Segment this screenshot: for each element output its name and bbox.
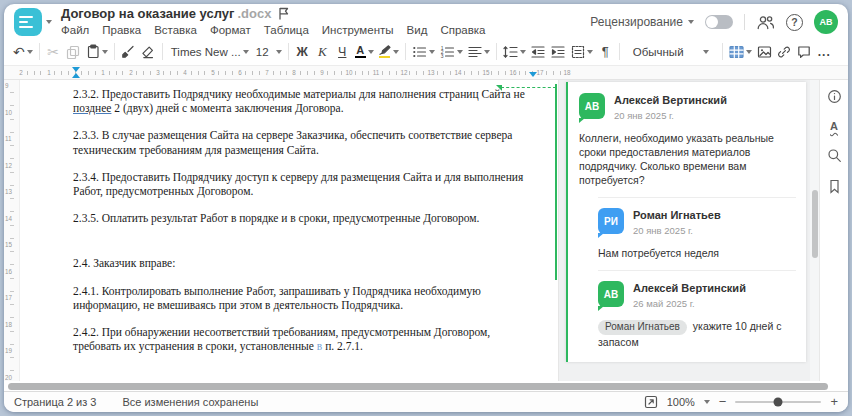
vertical-scrollbar-thumb[interactable]: [812, 190, 818, 258]
menu-item[interactable]: Инструменты: [322, 22, 394, 38]
document-text: 2.3.2. Предоставить Подрядчику необходим…: [73, 87, 536, 366]
paragraph[interactable]: 2.3.5. Оплатить результат Работ в порядк…: [73, 211, 536, 225]
save-status: Все изменения сохранены: [122, 396, 258, 408]
comment-text: Коллеги, необходимо указать реальные сро…: [579, 131, 796, 187]
paragraph[interactable]: 2.4.2. При обнаружении несоответствий тр…: [73, 325, 536, 353]
font-family-caret-icon: [243, 50, 249, 54]
favorite-flag-icon[interactable]: [278, 7, 289, 20]
search-icon[interactable]: [827, 148, 842, 163]
right-sidebar: А: [819, 80, 848, 381]
document-title: Договор на оказание услуг: [61, 7, 234, 21]
copy-button[interactable]: [64, 41, 83, 63]
line-spacing-button[interactable]: [501, 41, 528, 63]
comment-item[interactable]: АВ Алексей Вертинский 20 янв 2025 г. Кол…: [579, 93, 796, 187]
indent-marker-right[interactable]: [529, 72, 537, 77]
font-size-select[interactable]: 12: [254, 41, 284, 63]
comment-date: 26 май 2025 г.: [633, 298, 746, 309]
paragraph-style-select[interactable]: Обычный: [628, 41, 714, 63]
vertical-ruler[interactable]: 91011121314151617181920: [4, 80, 20, 381]
highlight-color-button[interactable]: [377, 41, 401, 63]
header-right: Рецензирование ? АВ: [590, 10, 838, 34]
collaboration-users-icon[interactable]: [756, 15, 775, 30]
font-color-button[interactable]: А: [353, 41, 376, 63]
zoom-in-button[interactable]: +: [830, 397, 838, 407]
app-window: Договор на оказание услуг.docx ФайлПравк…: [4, 4, 848, 412]
zoom-slider[interactable]: [735, 401, 821, 403]
review-toggle[interactable]: [705, 15, 733, 29]
page-indicator[interactable]: Страница 2 из 3: [14, 396, 96, 408]
show-paragraph-marks-button[interactable]: ¶: [596, 41, 615, 63]
comment-author: Роман Игнатьев: [633, 209, 721, 222]
info-icon[interactable]: [827, 89, 842, 104]
zoom-caret-icon[interactable]: [704, 400, 710, 404]
format-painter-button[interactable]: [119, 41, 138, 63]
undo-button[interactable]: ↶: [11, 41, 35, 63]
comment-anchor-line: [501, 87, 556, 88]
bullet-list-button[interactable]: [410, 41, 437, 63]
comment-item[interactable]: АВ Алексей Вертинский 26 май 2025 г. Ром…: [598, 270, 796, 349]
horizontal-ruler[interactable]: 21123456789101112131415161718: [4, 66, 848, 80]
paragraph[interactable]: 2.3.3. В случае размещения Сайта на серв…: [73, 128, 536, 156]
bookmark-icon[interactable]: [828, 179, 841, 194]
paste-caret-icon: [102, 50, 108, 54]
highlight-caret-icon: [393, 50, 399, 54]
comment-card[interactable]: АВ Алексей Вертинский 20 янв 2025 г. Кол…: [566, 82, 806, 362]
more-toolbar-button[interactable]: ...: [815, 41, 834, 63]
status-bar: Страница 2 из 3 Все изменения сохранены …: [4, 391, 848, 412]
comments-panel: АВ Алексей Вертинский 20 янв 2025 г. Кол…: [558, 80, 810, 381]
vertical-scrollbar[interactable]: [810, 80, 819, 381]
spellcheck-icon[interactable]: А: [830, 120, 838, 132]
menu-item[interactable]: Таблица: [264, 22, 309, 38]
app-logo-icon[interactable]: [14, 8, 42, 36]
document-page[interactable]: 2.3.2. Предоставить Подрядчику необходим…: [20, 80, 558, 381]
insert-table-caret-icon: [746, 50, 752, 54]
paragraph-borders-button[interactable]: [569, 41, 595, 63]
horizontal-scrollbar-thumb[interactable]: [8, 383, 828, 390]
menu-item[interactable]: Вид: [407, 22, 428, 38]
horizontal-scrollbar[interactable]: [4, 381, 848, 391]
bold-button[interactable]: Ж: [293, 41, 312, 63]
comment-item[interactable]: РИ Роман Игнатьев 20 янв 2025 г. Нам пот…: [598, 197, 796, 260]
paragraph[interactable]: 2.4.1. Контролировать выполнение Работ, …: [73, 284, 536, 312]
cut-button[interactable]: ✂: [44, 41, 63, 63]
zoom-value[interactable]: 100%: [667, 396, 695, 408]
increase-indent-button[interactable]: [549, 41, 568, 63]
clear-style-button[interactable]: [139, 41, 158, 63]
decrease-indent-button[interactable]: [529, 41, 548, 63]
undo-caret-icon: [27, 50, 33, 54]
fit-page-icon[interactable]: [644, 395, 658, 409]
menu-item[interactable]: Файл: [61, 22, 89, 38]
zoom-slider-handle[interactable]: [774, 398, 783, 407]
insert-comment-button[interactable]: [795, 41, 814, 63]
comment-date: 20 янв 2025 г.: [633, 225, 721, 236]
menu-item[interactable]: Вставка: [154, 22, 197, 38]
paragraph[interactable]: 2.4. Заказчик вправе:: [73, 256, 536, 270]
line-spacing-caret-icon: [520, 50, 526, 54]
menu-item[interactable]: Формат: [210, 22, 251, 38]
align-button[interactable]: [466, 41, 492, 63]
underline-button[interactable]: Ч: [333, 41, 352, 63]
menu-item[interactable]: Правка: [102, 22, 141, 38]
insert-link-button[interactable]: [775, 41, 794, 63]
italic-button[interactable]: К: [313, 41, 332, 63]
app-menu-caret-icon[interactable]: [46, 20, 52, 24]
mention-chip[interactable]: Роман Игнатьев: [598, 320, 687, 335]
zoom-out-button[interactable]: −: [719, 397, 727, 407]
menu-item[interactable]: Справка: [440, 22, 485, 38]
user-avatar[interactable]: АВ: [814, 10, 838, 34]
numbered-list-button[interactable]: 123: [438, 41, 465, 63]
header: Договор на оказание услуг.docx ФайлПравк…: [4, 4, 848, 38]
insert-table-button[interactable]: [727, 41, 754, 63]
vertical-ruler-ticks: [10, 80, 14, 381]
header-divider: [744, 14, 745, 30]
help-icon[interactable]: ?: [786, 14, 803, 31]
review-mode-dropdown[interactable]: Рецензирование: [590, 15, 694, 29]
paragraph[interactable]: 2.3.2. Предоставить Подрядчику необходим…: [73, 87, 536, 115]
formatting-toolbar: ↶ ✂ Times New ... 12 Ж К Ч А 123 ¶ Обычн…: [4, 38, 848, 66]
font-family-select[interactable]: Times New ...: [167, 41, 253, 63]
insert-image-button[interactable]: [755, 41, 774, 63]
title-menu-block: Договор на оказание услуг.docx ФайлПравк…: [61, 7, 486, 38]
paragraph[interactable]: 2.3.4. Предоставить Подрядчику доступ к …: [73, 170, 536, 198]
paste-button[interactable]: [84, 41, 110, 63]
indent-marker-left[interactable]: [72, 67, 80, 78]
